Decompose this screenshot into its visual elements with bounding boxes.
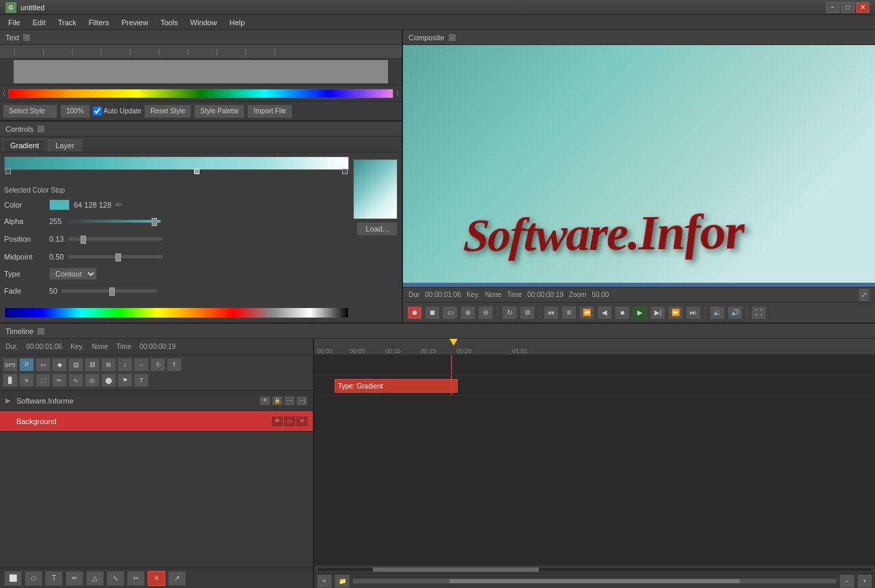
loop-btn[interactable]: ↻ [502, 306, 517, 320]
restore-button[interactable]: □ [841, 2, 855, 13]
bt-pencil-btn[interactable]: ✏ [66, 571, 83, 586]
tl-curve-btn[interactable]: ∿ [68, 374, 83, 387]
scrollbar-track[interactable] [317, 567, 872, 572]
timeline-hscroll[interactable] [352, 578, 837, 584]
load-button[interactable]: Load... [357, 222, 398, 236]
select-style-button[interactable]: Select Style [3, 104, 57, 118]
track-end-btn[interactable]: →| [296, 396, 307, 406]
text-panel-pin[interactable] [23, 34, 30, 41]
menu-track[interactable]: Track [53, 17, 82, 28]
text-canvas[interactable] [14, 60, 388, 83]
menu-preview[interactable]: Preview [116, 17, 154, 28]
vol-up-btn[interactable]: 🔊 [727, 306, 742, 320]
alpha-handle[interactable] [152, 218, 157, 226]
bt-del-btn[interactable]: ✕ [148, 571, 165, 586]
next-frame-btn[interactable]: ▶| [650, 306, 665, 320]
tl-node-btn[interactable]: ◎ [85, 374, 100, 387]
zoom-in-btn[interactable]: ⊕ [460, 306, 475, 320]
gradient-type-block[interactable]: Type: Gradient [335, 379, 458, 393]
tl-link-btn[interactable]: ⛓ [85, 358, 100, 372]
auto-update-checkbox[interactable]: Auto Update [93, 107, 142, 115]
bt-rect-btn[interactable]: ⬜ [4, 571, 22, 586]
track-bg-del-btn[interactable]: ✕ [296, 417, 307, 426]
tl-key-btn[interactable]: ◆ [52, 358, 67, 372]
tl-grid-btn[interactable]: ⊞ [101, 358, 116, 372]
menu-window[interactable]: Window [185, 17, 223, 28]
auto-update-input[interactable] [93, 107, 102, 115]
tools-btn[interactable]: ⚙ [520, 306, 535, 320]
midpoint-handle[interactable] [115, 253, 121, 262]
fade-handle[interactable] [109, 288, 115, 296]
record-btn[interactable]: ⏺ [407, 306, 422, 320]
bt-transform-btn[interactable]: ⤡ [107, 571, 124, 586]
vol-down-btn[interactable]: 🔉 [710, 306, 725, 320]
tl-flag-btn[interactable]: ⚑ [117, 374, 133, 387]
track-item-background[interactable]: Background 👁 ▭ ✕ [0, 411, 313, 432]
bt-export-btn[interactable]: ↗ [168, 571, 186, 586]
track-expand-icon[interactable]: ▶ [5, 397, 14, 405]
track-eye-btn[interactable]: 👁 [260, 396, 270, 406]
skip-end-btn[interactable]: ⏭ [686, 306, 701, 320]
zoom-out-btn[interactable]: ⊖ [478, 306, 493, 320]
fade-slider[interactable] [61, 289, 157, 293]
tl-zoom-in-btn[interactable]: + [857, 574, 872, 588]
tl-fill-btn[interactable]: ⬤ [101, 374, 116, 387]
value-button[interactable]: 100% [60, 104, 90, 118]
menu-help[interactable]: Help [224, 17, 251, 28]
color-swatch[interactable] [49, 199, 70, 210]
type-select[interactable]: Contour Linear Radial [49, 268, 97, 280]
menu-edit[interactable]: Edit [27, 17, 51, 28]
style-palette-button[interactable]: Style Palette [194, 104, 245, 118]
midpoint-slider[interactable] [68, 255, 163, 259]
tl-arrow-btn[interactable]: → [134, 358, 149, 372]
position-handle[interactable] [81, 236, 86, 244]
minimize-button[interactable]: − [826, 2, 839, 13]
track-more-btn[interactable]: ⋯ [284, 396, 295, 406]
gradient-stop-active[interactable] [194, 169, 199, 174]
tl-split-btn[interactable]: ↕ [117, 358, 133, 372]
tl-copy-btn[interactable]: ⎘ [150, 358, 165, 372]
import-file-button[interactable]: Import File [247, 104, 292, 118]
tl-zoom-out-btn[interactable]: − [839, 574, 855, 588]
tl-ep5-btn[interactable]: EP5 [3, 358, 18, 372]
stop-btn[interactable]: ■ [615, 306, 630, 320]
skip-start-btn[interactable]: ⏮ [544, 306, 559, 320]
tl-shade-btn[interactable]: ▤ [68, 358, 83, 372]
gradient-tab[interactable]: Gradient [3, 139, 46, 152]
menu-filters[interactable]: Filters [83, 17, 115, 28]
tl-paste-btn[interactable]: T [167, 358, 182, 372]
prev-pause-btn[interactable]: ⏸ [561, 306, 577, 320]
track-bg-eye-btn[interactable]: 👁 [272, 417, 283, 426]
composite-canvas[interactable]: Software.Infor [403, 45, 875, 283]
play-btn[interactable]: ▶ [633, 306, 648, 320]
color-picker-icon[interactable]: ✏ [115, 200, 122, 210]
step-back-btn[interactable]: ⏪ [579, 306, 594, 320]
track-bg-lock-btn[interactable]: ▭ [284, 417, 295, 426]
tl-folder-btn[interactable]: 📁 [335, 574, 350, 588]
tl-add-track-btn[interactable]: + [317, 574, 332, 588]
timeline-pin[interactable] [38, 328, 44, 335]
fit-view-btn[interactable]: ⤢ [859, 288, 870, 302]
reset-style-button[interactable]: Reset Style [144, 104, 191, 118]
bt-oval-btn[interactable]: ⬭ [25, 571, 42, 586]
bt-shapes-btn[interactable]: △ [86, 571, 104, 586]
bt-cut-btn[interactable]: ✂ [127, 571, 145, 586]
step-fwd-btn[interactable]: ⏩ [668, 306, 683, 320]
scrollbar-thumb[interactable] [373, 568, 539, 572]
gradient-stop-right[interactable] [342, 169, 348, 174]
track-lock-btn[interactable]: 🔒 [272, 396, 283, 406]
close-button[interactable]: ✕ [856, 2, 870, 13]
color-spectrum-strip[interactable] [4, 307, 349, 318]
menu-tools[interactable]: Tools [155, 17, 184, 28]
tl-sq-btn[interactable]: ▭ [36, 358, 51, 372]
gradient-stop-left[interactable] [5, 169, 11, 174]
position-slider[interactable] [68, 237, 163, 241]
menu-file[interactable]: File [3, 17, 26, 28]
tl-p-btn[interactable]: P [19, 358, 34, 372]
stop-rec-btn[interactable]: ⏹ [425, 306, 440, 320]
controls-pin[interactable] [38, 126, 44, 132]
clip-btn[interactable]: ▭ [443, 306, 458, 320]
alpha-slider[interactable] [66, 219, 161, 223]
tl-clip-btn[interactable]: ⬚ [36, 374, 51, 387]
track-item-software[interactable]: ▶ Software.Informe 👁 🔒 ⋯ →| [0, 391, 313, 411]
